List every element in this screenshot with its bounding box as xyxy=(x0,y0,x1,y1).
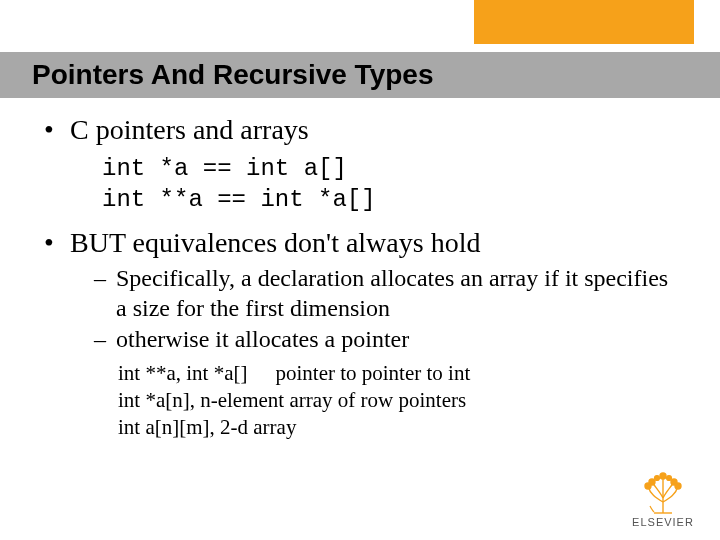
sub-bullet-text-2: otherwise it allocates a pointer xyxy=(116,326,409,352)
svg-point-3 xyxy=(671,479,677,485)
code-line-2: int **a == int *a[] xyxy=(102,186,376,213)
slide-title: Pointers And Recursive Types xyxy=(32,59,433,91)
slide-body: C pointers and arrays int *a == int a[] … xyxy=(44,112,676,447)
bullet-list: C pointers and arrays int *a == int a[] … xyxy=(44,112,676,441)
svg-point-5 xyxy=(655,476,660,481)
example-1-left: int **a, int *a[] xyxy=(118,361,247,385)
examples-block: int **a, int *a[]pointer to pointer to i… xyxy=(118,360,676,441)
title-bar: Pointers And Recursive Types xyxy=(0,52,720,98)
bullet-text-1: C pointers and arrays xyxy=(70,114,309,145)
example-line-2: int *a[n], n-element array of row pointe… xyxy=(118,387,676,414)
code-line-1: int *a == int a[] xyxy=(102,155,347,182)
example-1-right: pointer to pointer to int xyxy=(275,361,470,385)
sub-bullet-text-1: Specifically, a declaration allocates an… xyxy=(116,265,668,320)
svg-point-6 xyxy=(667,476,672,481)
svg-point-2 xyxy=(649,479,655,485)
bullet-item-2: BUT equivalences don't always hold Speci… xyxy=(44,225,676,440)
tree-icon xyxy=(636,468,690,514)
example-line-3: int a[n][m], 2-d array xyxy=(118,414,676,441)
sub-bullet-list: Specifically, a declaration allocates an… xyxy=(70,264,676,354)
accent-bar xyxy=(474,0,694,44)
publisher-logo: ELSEVIER xyxy=(624,468,702,528)
code-block: int *a == int a[] int **a == int *a[] xyxy=(102,153,676,215)
bullet-text-2: BUT equivalences don't always hold xyxy=(70,227,480,258)
publisher-name: ELSEVIER xyxy=(624,516,702,528)
sub-bullet-2: otherwise it allocates a pointer xyxy=(94,325,676,354)
svg-point-4 xyxy=(660,473,666,479)
slide: Pointers And Recursive Types C pointers … xyxy=(0,0,720,540)
sub-bullet-1: Specifically, a declaration allocates an… xyxy=(94,264,676,323)
example-line-1: int **a, int *a[]pointer to pointer to i… xyxy=(118,360,676,387)
bullet-item-1: C pointers and arrays xyxy=(44,112,676,147)
